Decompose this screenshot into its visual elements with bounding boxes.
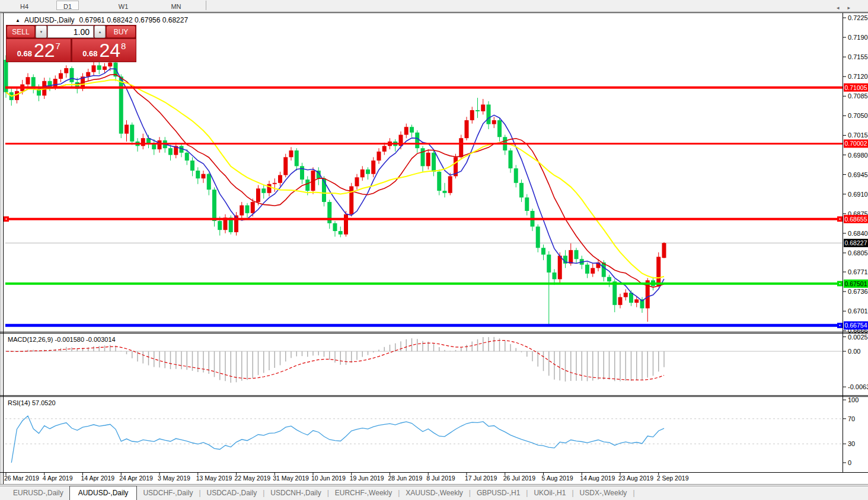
date-tick-label: 23 Aug 2019 [618, 475, 653, 482]
tab-scroll-arrows: ◂▸ [837, 5, 859, 11]
chart-symbol-label: AUDUSD-,Daily [24, 16, 75, 24]
rsi-tick-label: 0 [848, 459, 851, 466]
buy-price[interactable]: 0.68 24 8 [72, 39, 136, 62]
rsi-tick-label: 100 [848, 396, 859, 403]
chart-ohlc-values: 0.67961 0.68242 0.67956 0.68227 [79, 16, 189, 24]
timeframe-button-w1[interactable]: W1 [112, 1, 135, 10]
price-tick-label: 0.72250 [848, 14, 868, 21]
chart-canvas[interactable]: MACD(12,26,9) -0.001580 -0.0030140.00257… [0, 12, 868, 488]
date-tick-label: 8 Jul 2019 [426, 475, 455, 482]
buy-price-base: 0.68 [82, 49, 97, 58]
chart-tab-audusd-daily[interactable]: AUDUSD-,Daily [69, 486, 138, 500]
date-tick-label: 5 Aug 2019 [542, 475, 573, 482]
date-tick-label: 22 May 2019 [235, 475, 271, 482]
date-tick-label: 19 Jun 2019 [350, 475, 384, 482]
macd-tick-label: -0.006326 [848, 383, 868, 390]
collapse-icon[interactable]: ▲ [15, 18, 20, 23]
date-tick-label: 26 Jul 2019 [503, 475, 535, 482]
timeframe-toolbar: H4D1W1MN [0, 0, 868, 12]
chart-title: ▲AUDUSD-,Daily0.67961 0.68242 0.67956 0.… [15, 16, 188, 24]
date-tick-label: 14 Aug 2019 [580, 475, 615, 482]
svg-text:0.68655: 0.68655 [845, 216, 867, 223]
chart-tab-usdchf-daily[interactable]: USDCHF-,Daily [137, 486, 199, 500]
macd-tick-label: 0.00 [848, 348, 860, 355]
macd-label: MACD(12,26,9) -0.001580 -0.003014 [8, 336, 116, 343]
price-tick-label: 0.71200 [848, 73, 868, 80]
timeframe-button-mn[interactable]: MN [165, 1, 187, 10]
date-tick-label: 14 Apr 2019 [81, 475, 115, 482]
price-tick-label: 0.67710 [848, 268, 868, 275]
svg-text:0.71005: 0.71005 [845, 84, 867, 91]
svg-text:0.66754: 0.66754 [845, 322, 867, 329]
chart-tab-xauusd-weekly[interactable]: XAUUSD-,Weekly [400, 486, 468, 500]
price-tick-label: 0.68050 [848, 249, 868, 257]
svg-text:0.70002: 0.70002 [845, 140, 867, 147]
price-tick-label: 0.70500 [848, 112, 868, 119]
toolbar-divider [206, 1, 206, 10]
tabs-scroll-left-icon[interactable]: ◂ [837, 5, 848, 11]
sell-price-sup: 7 [56, 41, 60, 51]
symbol-tab-bar: EURUSD-,DailyAUDUSD-,DailyUSDCHF-,Daily|… [0, 486, 868, 500]
date-tick-label: 31 May 2019 [273, 475, 309, 482]
sell-button[interactable]: SELL [7, 25, 35, 38]
chart-tab-usdcnh-daily[interactable]: USDCNH-,Daily [264, 486, 327, 500]
date-tick-label: 17 Jul 2019 [465, 475, 497, 482]
price-tick-label: 0.71900 [848, 34, 868, 41]
price-tick-label: 0.69800 [848, 152, 868, 159]
date-tick-label: 26 Mar 2019 [4, 475, 39, 482]
price-tick-label: 0.69100 [848, 191, 868, 198]
buy-price-sup: 8 [121, 41, 126, 51]
rsi-tick-label: 30 [848, 440, 855, 447]
tabs-scroll-right-icon[interactable]: ▸ [847, 5, 859, 11]
price-tick-label: 0.67010 [848, 307, 868, 315]
buy-button[interactable]: BUY [106, 25, 136, 38]
price-tick-label: 0.69450 [848, 171, 868, 178]
date-tick-label: 2 Sep 2019 [657, 475, 689, 482]
rsi-tick-label: 70 [848, 415, 855, 422]
date-tick-label: 24 Apr 2019 [119, 475, 153, 482]
sell-price-big: 22 [34, 40, 55, 62]
price-tick-label: 0.71550 [848, 53, 868, 60]
trading-terminal: H4D1W1MN MACD(12,26,9) -0.001580 -0.0030… [0, 0, 868, 500]
price-tick-label: 0.67360 [848, 288, 868, 295]
volume-decrease-button[interactable]: ▼ [36, 25, 47, 38]
svg-text:0.68227: 0.68227 [845, 239, 867, 246]
one-click-trading-panel: SELL ▼ ▲ BUY 0.68 22 7 0.68 24 8 [6, 25, 136, 62]
date-tick-label: 28 Jun 2019 [388, 475, 423, 482]
chart-tab-usdx-weekly[interactable]: USDX-,Weekly [574, 486, 633, 500]
timeframe-button-d1[interactable]: D1 [56, 1, 79, 10]
sell-price-base: 0.68 [17, 49, 32, 58]
chart-tab-eurusd-daily[interactable]: EURUSD-,Daily [7, 486, 69, 500]
buy-price-big: 24 [99, 40, 120, 62]
date-tick-label: 3 May 2019 [158, 475, 190, 482]
date-tick-label: 10 Jun 2019 [311, 475, 346, 482]
price-tick-label: 0.70850 [848, 92, 868, 100]
price-tick-label: 0.70150 [848, 132, 868, 139]
tab-divider: | [633, 489, 634, 500]
sell-price[interactable]: 0.68 22 7 [7, 39, 71, 62]
timeframe-button-h4[interactable]: H4 [13, 1, 36, 10]
svg-text:0.67501: 0.67501 [845, 280, 867, 287]
date-tick-label: 13 May 2019 [196, 475, 232, 482]
date-tick-label: 4 Apr 2019 [43, 475, 73, 482]
chart-tab-eurchf-weekly[interactable]: EURCHF-,Weekly [329, 486, 398, 500]
chart-tab-gbpusd-h1[interactable]: GBPUSD-,H1 [471, 486, 526, 500]
volume-increase-button[interactable]: ▲ [94, 25, 106, 38]
chart-tab-ukoil-h1[interactable]: UKOil-,H1 [528, 486, 572, 500]
rsi-label: RSI(14) 57.0520 [8, 399, 56, 406]
macd-tick-label: 0.002574 [848, 334, 868, 341]
chart-tab-usdcad-daily[interactable]: USDCAD-,Daily [201, 486, 263, 500]
price-tick-label: 0.68400 [848, 230, 868, 237]
volume-input[interactable] [47, 25, 94, 38]
